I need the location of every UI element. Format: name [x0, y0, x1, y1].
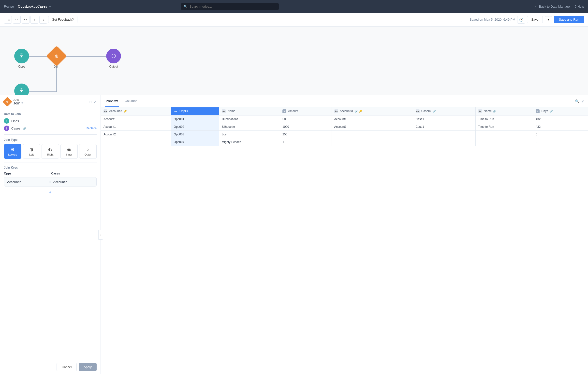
outer-label: Outer — [85, 153, 91, 156]
join-keys-label: Join Keys — [4, 166, 97, 169]
col-days: # Days 🔗 — [533, 107, 588, 115]
cell-3-0 — [101, 138, 171, 146]
cell-2-7: 0 — [533, 131, 588, 138]
toolbar: +≡ ↩ ↪ ↑ ↓ Got Feedback? Saved on May 5,… — [0, 13, 588, 27]
node-opps[interactable]: 🗄 Opps — [14, 49, 29, 68]
redo-button[interactable]: ↪ — [22, 16, 29, 24]
cancel-button[interactable]: Cancel — [57, 363, 77, 371]
search-bar[interactable]: 🔍 — [181, 3, 279, 10]
preview-table-wrap: Aa AccountId 🔑 Aa OppID Aa Name — [101, 107, 588, 374]
back-button[interactable]: ← Back to Data Manager — [534, 5, 571, 8]
left-panel-footer: Cancel Apply — [0, 360, 101, 374]
add-key-button[interactable]: + — [47, 189, 54, 196]
opps-icon: 🗄 — [14, 49, 29, 63]
node-join[interactable]: ⊕ Join — [49, 49, 64, 68]
cell-1-4: Account1 — [332, 123, 413, 131]
join-type-outer[interactable]: ○ Outer — [79, 144, 97, 159]
link-icon-2: 🔗 — [433, 110, 436, 113]
join-type-grid: ⊕ Lookup ◑ Left ◐ Right ◉ Inner — [4, 144, 97, 159]
left-icon: ◑ — [29, 147, 33, 152]
right-panel: Preview Columns 🔍 ⤢ Aa AccountId 🔑 — [101, 95, 588, 374]
canvas-connections — [0, 27, 588, 95]
header-right-icons: ⊡ ⤢ — [89, 100, 97, 104]
tab-preview[interactable]: Preview — [105, 95, 119, 107]
join-type-label: JOIN — [13, 99, 24, 101]
cases-icon: 🗄 — [14, 84, 29, 95]
join-type-section: Join Type ⊕ Lookup ◑ Left ◐ Right — [4, 138, 97, 159]
col-type-num-1: # — [282, 109, 286, 113]
recipe-title: OppsLookupCases ✏ — [18, 4, 51, 8]
col-type-aa-3: Aa — [222, 109, 226, 113]
output-label: Output — [109, 65, 118, 68]
cell-0-3: 500 — [280, 115, 332, 123]
join-keys-section: Join Keys Opps Cases AccountId = Account… — [4, 166, 97, 196]
table-body: Account1Opp001Illuminations500Account1Ca… — [101, 115, 588, 146]
divider-1 — [4, 134, 97, 135]
cell-2-3: 250 — [280, 131, 332, 138]
source-opps-row: 🗄 Opps — [4, 118, 97, 124]
cell-1-2: Silhouette — [219, 123, 280, 131]
node-output[interactable]: ⬡ Output — [106, 49, 121, 68]
right-icon: ◐ — [48, 147, 52, 152]
opps-source-icon: 🗄 — [4, 118, 9, 124]
preview-table: Aa AccountId 🔑 Aa OppID Aa Name — [101, 107, 588, 146]
join-edit-icon[interactable]: ✏ — [21, 101, 24, 105]
save-dropdown-button[interactable]: ▼ — [545, 16, 552, 23]
cell-2-4 — [332, 131, 413, 138]
join-header-icon: ⊕ — [2, 97, 12, 107]
autofit-icon[interactable]: ⊡ — [89, 100, 92, 104]
tab-columns[interactable]: Columns — [124, 95, 138, 107]
join-type-left[interactable]: ◑ Left — [23, 144, 40, 159]
cell-3-2: Mighty Echoes — [219, 138, 280, 146]
join-title-wrap: JOIN Join ✏ — [13, 99, 24, 105]
col-accountid-1: Aa AccountId 🔑 — [101, 107, 171, 115]
join-keys-right-col: Cases — [51, 172, 97, 175]
download-button[interactable]: ↓ — [39, 16, 47, 24]
table-header: Aa AccountId 🔑 Aa OppID Aa Name — [101, 107, 588, 115]
fullscreen-icon[interactable]: ⤢ — [581, 99, 584, 103]
left-panel: ⊕ JOIN Join ✏ ⊡ ⤢ Data to Join 🗄 Opps — [0, 95, 101, 374]
inner-label: Inner — [66, 153, 72, 156]
help-button[interactable]: ? Help — [575, 5, 584, 8]
cell-0-5: Case1 — [413, 115, 475, 123]
zoom-fit-icon[interactable]: 🔍 — [575, 99, 579, 103]
right-label: Right — [47, 153, 54, 156]
collapse-panel-button[interactable]: ‹ — [98, 230, 103, 240]
undo-button[interactable]: ↩ — [13, 16, 21, 24]
col-type-aa-1: Aa — [103, 109, 107, 113]
join-type-inner[interactable]: ◉ Inner — [60, 144, 78, 159]
save-button[interactable]: Save — [527, 16, 543, 23]
cell-1-0: Account1 — [101, 123, 171, 131]
top-nav: Recipe OppsLookupCases ✏ 🔍 ← Back to Dat… — [0, 0, 588, 13]
join-type-lookup[interactable]: ⊕ Lookup — [4, 144, 21, 159]
edit-title-icon[interactable]: ✏ — [49, 5, 51, 8]
cell-3-5 — [413, 138, 475, 146]
col-name-1: Aa Name — [219, 107, 280, 115]
inner-icon: ◉ — [67, 147, 71, 152]
col-accountid-2: Aa AccountId 🔗 🔑 — [332, 107, 413, 115]
feedback-button[interactable]: Got Feedback? — [48, 16, 77, 23]
join-type-right[interactable]: ◐ Right — [42, 144, 59, 159]
cell-1-3: 1000 — [280, 123, 332, 131]
recipe-breadcrumb: Recipe — [4, 5, 14, 8]
history-button[interactable]: 🕐 — [517, 16, 525, 24]
upload-button[interactable]: ↑ — [30, 16, 38, 24]
join-icon-inner: ⊕ — [55, 53, 59, 59]
bottom-panel: ⊕ JOIN Join ✏ ⊡ ⤢ Data to Join 🗄 Opps — [0, 95, 588, 374]
join-icon: ⊕ — [46, 46, 67, 67]
node-cases[interactable]: 🗄 Cases — [14, 84, 29, 95]
col-caseid: Aa CaseID 🔗 — [413, 107, 475, 115]
cases-link-icon: 🔗 — [23, 127, 26, 130]
cell-3-1: Opp004 — [171, 138, 219, 146]
expand-icon[interactable]: ⤢ — [94, 100, 97, 104]
save-run-button[interactable]: Save and Run — [554, 16, 584, 23]
add-step-button[interactable]: +≡ — [4, 16, 12, 24]
key-icon-1: 🔑 — [124, 110, 127, 113]
cell-0-2: Illuminations — [219, 115, 280, 123]
join-key-row-0: AccountId = AccountId — [4, 177, 97, 187]
search-input[interactable] — [190, 5, 276, 8]
outer-icon: ○ — [87, 147, 89, 152]
replace-link[interactable]: Replace — [86, 127, 97, 130]
cell-2-1: Opp003 — [171, 131, 219, 138]
apply-button[interactable]: Apply — [79, 363, 97, 371]
